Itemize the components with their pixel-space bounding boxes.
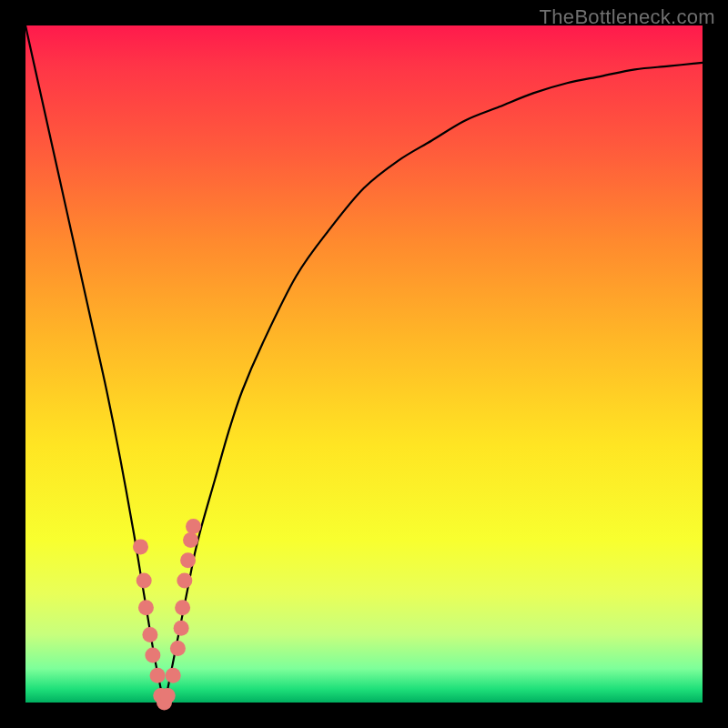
data-point bbox=[174, 621, 189, 636]
data-point bbox=[180, 552, 196, 568]
data-point bbox=[138, 600, 154, 615]
bottleneck-curve bbox=[25, 25, 703, 703]
data-point bbox=[142, 627, 157, 642]
chart-frame: TheBottleneck.com bbox=[0, 0, 728, 728]
data-point bbox=[136, 573, 152, 589]
data-point bbox=[160, 688, 176, 703]
data-point bbox=[175, 600, 190, 615]
data-point bbox=[133, 539, 148, 554]
data-point bbox=[145, 647, 160, 662]
data-point bbox=[150, 668, 166, 683]
data-point bbox=[183, 532, 198, 548]
watermark-text: TheBottleneck.com bbox=[540, 5, 715, 29]
data-point bbox=[186, 519, 201, 534]
data-point bbox=[170, 641, 186, 656]
plot-area bbox=[25, 25, 703, 703]
data-point bbox=[166, 668, 181, 683]
data-point bbox=[177, 573, 192, 589]
